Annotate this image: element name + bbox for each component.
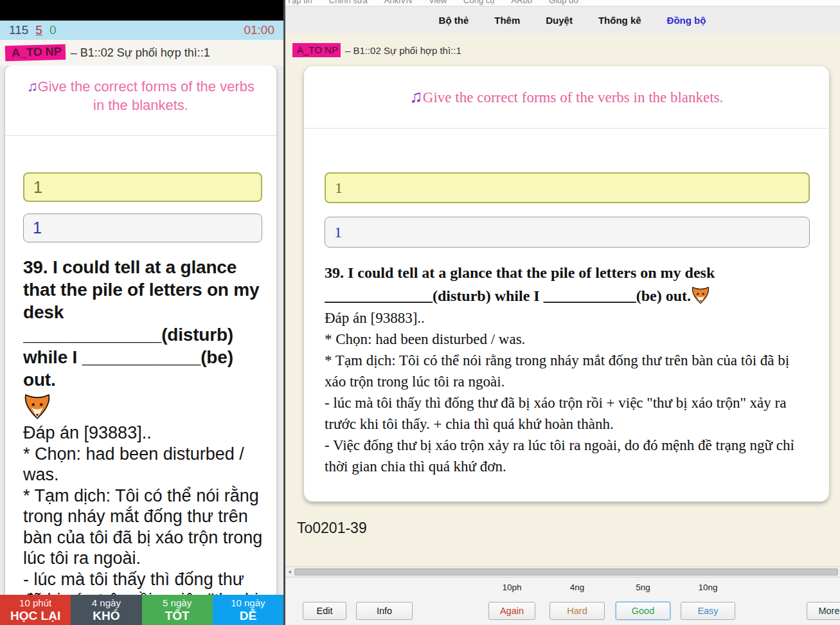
menu-ankivn[interactable]: AnkiVN xyxy=(384,0,412,6)
toolbar-stats[interactable]: Thống kê xyxy=(598,15,641,26)
again-button[interactable]: Again xyxy=(488,602,535,620)
screenshot-root: 115 5 0 01:00 A_TO NP – B1::02 Sự phối h… xyxy=(0,0,840,625)
translation-line: * Tạm dịch: Tôi có thể nói rằng trong nh… xyxy=(23,485,266,569)
good-interval: 5 ngày xyxy=(163,598,192,609)
type-answer-field-1[interactable]: 1 xyxy=(23,172,262,202)
answer-choice-line: * Chọn: had been disturbed / was. xyxy=(325,329,812,350)
easy-button[interactable]: 10 ngày DỄ xyxy=(213,595,283,625)
again-column: 10ph Again xyxy=(488,583,535,620)
easy-interval: 10ng xyxy=(698,583,717,597)
question-text: 39. I could tell at a glance that the pi… xyxy=(23,256,266,391)
card-header-zone: ♫Give the correct forms of the verbs in … xyxy=(304,66,829,129)
window-border-divider xyxy=(283,0,285,625)
again-interval: 10ph xyxy=(502,583,521,597)
menu-help[interactable]: Giúp đỡ xyxy=(549,0,579,6)
again-button[interactable]: 10 phút HỌC LẠI xyxy=(0,595,71,625)
explanation-line-2: - Việc đống thư bị xáo trộn xảy ra lúc t… xyxy=(325,435,812,477)
type-answer-value-2: 1 xyxy=(33,219,42,237)
deck-breadcrumb: A_TO NP – B1::02 Sự phối hợp thì::1 xyxy=(0,40,283,66)
review-area: A_TO NP – B1::02 Sự phối hợp thì::1 ♫Giv… xyxy=(285,33,840,566)
good-interval: 5ng xyxy=(636,583,650,597)
review-count: 0 xyxy=(49,23,57,37)
menu-file[interactable]: Tập tin xyxy=(287,0,312,6)
instruction-text: Give the correct forms of the verbs in t… xyxy=(423,89,724,105)
hard-label: KHÓ xyxy=(93,610,120,623)
main-toolbar: Bộ thẻ Thêm Duyệt Thống kê Đồng bộ xyxy=(285,6,840,33)
toolbar-browse[interactable]: Duyệt xyxy=(546,15,573,26)
toolbar-add[interactable]: Thêm xyxy=(494,15,520,26)
card-body: 39. I could tell at a glance that the pi… xyxy=(325,261,812,502)
deck-name: – B1::02 Sự phối hợp thì::1 xyxy=(345,45,461,56)
card-timer: 01:00 xyxy=(244,23,274,37)
tag-highlight: A_TO NP xyxy=(5,44,66,62)
menu-addon[interactable]: ARbb xyxy=(512,0,533,6)
deck-breadcrumb: A_TO NP – B1::02 Sự phối hợp thì::1 xyxy=(292,43,461,57)
hard-column: 4ng Hard xyxy=(550,583,605,620)
fox-emoji-icon xyxy=(691,285,710,305)
card-header-zone: ♫Give the correct forms of the verbs in … xyxy=(5,66,276,136)
hard-button[interactable]: 4 ngày KHÓ xyxy=(71,595,141,625)
type-answer-value-1: 1 xyxy=(33,178,42,197)
toolbar-decks[interactable]: Bộ thẻ xyxy=(439,15,469,26)
easy-interval: 10 ngày xyxy=(231,598,265,609)
explanation-line-1: - lúc mà tôi thấy thì đống thư đã bị xáo… xyxy=(325,392,812,435)
translation-line: * Tạm dịch: Tôi có thể nói rằng trong nh… xyxy=(325,350,812,392)
music-note-icon: ♫ xyxy=(27,78,38,95)
easy-label: DỄ xyxy=(240,610,256,623)
info-button[interactable]: Info xyxy=(356,602,413,620)
easy-button[interactable]: Easy xyxy=(681,602,735,620)
new-count: 115 xyxy=(9,23,28,37)
again-label: HỌC LẠI xyxy=(10,610,60,623)
good-column: 5ng Good xyxy=(616,583,670,620)
horizontal-scrollbar: ◄ xyxy=(285,566,840,577)
fox-emoji-icon xyxy=(23,392,266,421)
good-button[interactable]: Good xyxy=(616,602,670,620)
flashcard: ♫Give the correct forms of the verbs in … xyxy=(5,66,276,625)
mobile-anki-panel: 115 5 0 01:00 A_TO NP – B1::02 Sự phối h… xyxy=(0,0,283,625)
menu-view[interactable]: View xyxy=(429,0,447,6)
card-instruction: ♫Give the correct forms of the verbs in … xyxy=(27,77,255,114)
hard-interval: 4ng xyxy=(570,583,585,597)
menubar: Tập tin Chỉnh sửa AnkiVN View Công cụ AR… xyxy=(285,0,840,6)
review-counts-bar: 115 5 0 01:00 xyxy=(0,21,283,40)
menu-edit[interactable]: Chỉnh sửa xyxy=(329,0,368,6)
again-interval: 10 phút xyxy=(19,598,51,609)
card-instruction: ♫Give the correct forms of the verbs in … xyxy=(410,89,724,105)
type-answer-field-2[interactable]: 1 xyxy=(325,217,810,248)
answer-bottom-bar: Edit Info 10ph Again 4ng Hard 5ng Good 1… xyxy=(285,577,840,625)
scrollbar-thumb[interactable] xyxy=(294,568,838,575)
status-bar xyxy=(0,0,283,21)
answer-key-line: Đáp án [93883].. xyxy=(23,422,266,444)
toolbar-sync[interactable]: Đồng bộ xyxy=(667,15,706,26)
music-note-icon: ♫ xyxy=(410,87,423,106)
question-text: 39. I could tell at a glance that the pi… xyxy=(325,261,812,307)
ease-answer-bar: 10 phút HỌC LẠI 4 ngày KHÓ 5 ngày TỐT 10… xyxy=(0,595,283,625)
edit-button[interactable]: Edit xyxy=(303,602,346,620)
good-button[interactable]: 5 ngày TỐT xyxy=(142,595,213,625)
easy-column: 10ng Easy xyxy=(681,583,735,620)
good-label: TỐT xyxy=(165,610,190,623)
desktop-anki-window: Tập tin Chỉnh sửa AnkiVN View Công cụ AR… xyxy=(285,0,840,625)
card-id-label: To0201-39 xyxy=(297,520,367,537)
hard-button[interactable]: Hard xyxy=(550,602,605,620)
type-answer-value-2: 1 xyxy=(334,224,342,241)
deck-name: – B1::02 Sự phối hợp thì::1 xyxy=(71,46,210,60)
answer-choice-line: * Chọn: had been disturbed / was. xyxy=(23,444,266,485)
type-answer-value-1: 1 xyxy=(335,179,343,197)
tag-highlight: A_TO NP xyxy=(292,43,341,57)
instruction-text: Give the correct forms of the verbs in t… xyxy=(38,78,255,113)
hard-interval: 4 ngày xyxy=(92,598,121,609)
type-answer-field-2[interactable]: 1 xyxy=(23,213,262,242)
flashcard: ♫Give the correct forms of the verbs in … xyxy=(304,66,829,502)
card-body: 39. I could tell at a glance that the pi… xyxy=(23,256,266,625)
learning-count: 5 xyxy=(35,23,42,37)
menu-tools[interactable]: Công cụ xyxy=(463,0,494,6)
answer-key-line: Đáp án [93883].. xyxy=(325,307,812,329)
scrollbar-left-arrow-icon[interactable]: ◄ xyxy=(285,567,294,577)
type-answer-field-1[interactable]: 1 xyxy=(325,172,810,203)
more-button[interactable]: More xyxy=(807,602,840,620)
